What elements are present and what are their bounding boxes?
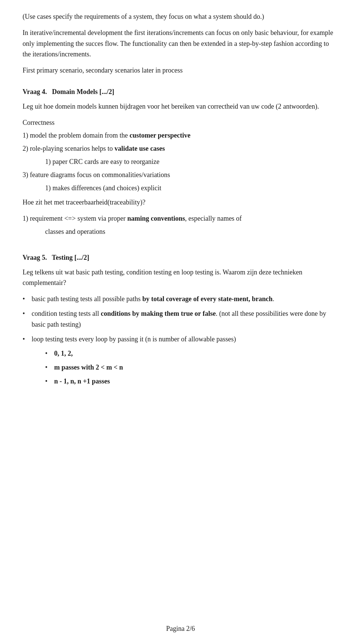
traceability-subitem-1: classes and operations <box>45 226 338 237</box>
v5-bullet2-pre: condition testing tests all <box>32 310 101 317</box>
v5-bullet-1-content: basic path testing tests all possible pa… <box>32 294 338 305</box>
correctness-subitem-1: 1) paper CRC cards are easy to reorganiz… <box>45 156 338 167</box>
v5-bullet-1: • basic path testing tests all possible … <box>23 294 338 305</box>
v5-bullet-2: • condition testing tests all conditions… <box>23 308 338 330</box>
v5-subbullet-2-dot: • <box>45 362 54 373</box>
traceability-question-text: Hoe zit het met traceerbaarheid(traceabi… <box>23 197 338 208</box>
v5-bullet2-bold: conditions by making them true or false <box>101 310 216 317</box>
intro2-text: In iterative/incremental development the… <box>23 29 333 58</box>
v5-bullet-1-dot: • <box>23 294 32 305</box>
correctness-subitem-2: 1) makes differences (and choices) expli… <box>45 183 338 194</box>
traceability-item-1: 1) requirement <=> system via proper nam… <box>23 213 338 224</box>
correctness-subitem-2-content: 1) makes differences (and choices) expli… <box>45 183 338 194</box>
correctness-item1-pre: 1) model the problem domain from the <box>23 132 129 139</box>
v5-subbullet-3-dot: • <box>45 376 54 387</box>
v5-subbullet-1: • 0, 1, 2, <box>45 348 338 359</box>
v5-subbullet2-bold: m passes with 2 < m < n <box>54 364 123 371</box>
v5-subbullet-1-dot: • <box>45 348 54 359</box>
vraag5-heading-text: Vraag 5. Testing [.../2] <box>23 254 89 261</box>
intro-block-1: (Use cases specify the requirements of a… <box>23 11 338 22</box>
correctness-item-1-content: 1) model the problem domain from the cus… <box>23 130 338 141</box>
page-number: Pagina 2/6 <box>166 625 195 632</box>
intro-text-2: In iterative/incremental development the… <box>23 27 338 60</box>
correctness-item2-bold: validate use cases <box>114 145 165 152</box>
vraag4-body: Leg uit hoe domein models kunnen bijdrag… <box>23 101 338 112</box>
v5-subbullet1-bold: 0, 1, 2, <box>54 350 73 357</box>
v5-bullet1-bold: by total coverage of every state-ment, b… <box>142 295 272 303</box>
traceability-question: Hoe zit het met traceerbaarheid(traceabi… <box>23 197 338 208</box>
v5-subbullet-3: • n - 1, n, n +1 passes <box>45 376 338 387</box>
v5-bullet-3: • loop testing tests every loop by passi… <box>23 334 338 345</box>
traceability-subitem-1-content: classes and operations <box>45 226 338 237</box>
intro-block-3: First primary scenario, secondary scenar… <box>23 65 338 76</box>
v5-bullet-3-dot: • <box>23 334 32 345</box>
vraag4-heading-text: Vraag 4. Domain Models [.../2] <box>23 88 114 95</box>
v5-subbullet3-bold: n - 1, n, n +1 passes <box>54 377 110 385</box>
correctness-item-2: 2) role-playing scenarios helps to valid… <box>23 143 338 154</box>
intro-text-1: (Use cases specify the requirements of a… <box>23 11 338 22</box>
correctness-subitem-1-content: 1) paper CRC cards are easy to reorganiz… <box>45 156 338 167</box>
v5-subbullet-2-content: m passes with 2 < m < n <box>54 362 338 373</box>
traceability-item1-post: , especially names of <box>185 215 242 222</box>
traceability-item1-bold: naming conventions <box>127 215 185 222</box>
correctness-item1-bold: customer perspective <box>129 132 190 139</box>
v5-subbullet-1-content: 0, 1, 2, <box>54 348 338 359</box>
vraag5-body: Leg telkens uit wat basic path testing, … <box>23 267 338 289</box>
v5-bullet1-pre: basic path testing tests all possible pa… <box>32 295 142 303</box>
v5-bullet-2-dot: • <box>23 308 32 319</box>
intro-block-2: In iterative/incremental development the… <box>23 27 338 60</box>
page-footer: Pagina 2/6 <box>0 625 361 633</box>
v5-subbullet-3-content: n - 1, n, n +1 passes <box>54 376 338 387</box>
correctness-item-3-content: 3) feature diagrams focus on commonaliti… <box>23 170 338 180</box>
v5-subbullet-2: • m passes with 2 < m < n <box>45 362 338 373</box>
correctness-item-1: 1) model the problem domain from the cus… <box>23 130 338 141</box>
v5-bullet-2-content: condition testing tests all conditions b… <box>32 308 338 330</box>
traceability-item1-pre: 1) requirement <=> system via proper <box>23 215 127 222</box>
vraag5-body-text: Leg telkens uit wat basic path testing, … <box>23 267 338 289</box>
correctness-item-3: 3) feature diagrams focus on commonaliti… <box>23 170 338 180</box>
correctness-item-2-content: 2) role-playing scenarios helps to valid… <box>23 143 338 154</box>
traceability-item-1-content: 1) requirement <=> system via proper nam… <box>23 213 338 224</box>
intro-text-3: First primary scenario, secondary scenar… <box>23 65 338 76</box>
vraag5-heading: Vraag 5. Testing [.../2] <box>23 252 338 263</box>
vraag4-body-text: Leg uit hoe domein models kunnen bijdrag… <box>23 101 338 112</box>
page-container: (Use cases specify the requirements of a… <box>0 0 361 420</box>
v5-bullet1-post: . <box>273 295 275 303</box>
vraag4-heading: Vraag 4. Domain Models [.../2] <box>23 86 338 97</box>
correctness-item2-pre: 2) role-playing scenarios helps to <box>23 145 114 152</box>
v5-bullet-3-content: loop testing tests every loop by passing… <box>32 334 338 345</box>
correctness-label: Correctness <box>23 117 338 128</box>
